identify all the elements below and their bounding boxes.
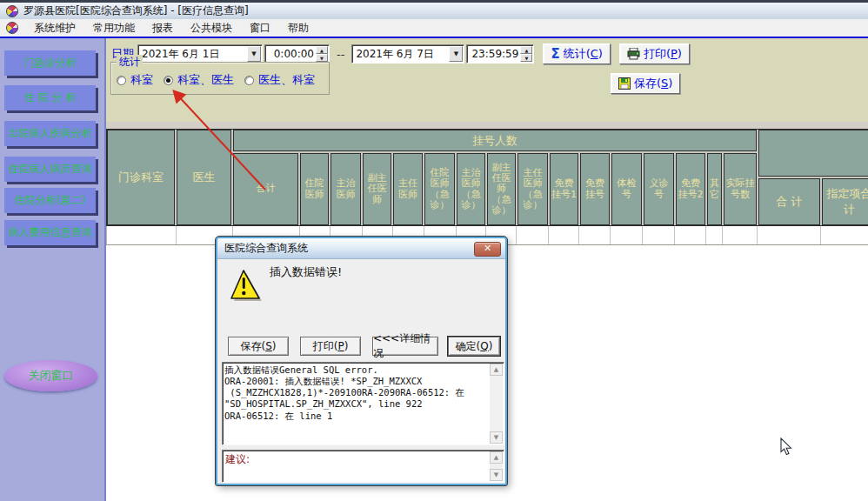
table-cell[interactable]	[549, 226, 579, 244]
sidebar: 门急诊分析住 院 分 析出院病人疾病分析住院病人病历查询住院分析(泉二)病人费用…	[0, 38, 106, 501]
date-to-combo[interactable]: 2021年 6月 7日 ▼	[351, 44, 464, 63]
scroll-down-icon[interactable]: ▼	[490, 469, 503, 481]
time-from-spinner[interactable]: 0:00:00 ▲ ▼	[264, 44, 330, 63]
table-cell[interactable]	[758, 226, 821, 244]
table-cell[interactable]	[821, 226, 868, 244]
statistics-button-label: 统计(C)	[564, 46, 603, 62]
date-to-dropdown-icon[interactable]: ▼	[449, 46, 463, 62]
time-to-down-icon[interactable]: ▼	[520, 54, 532, 62]
column-header-reg-0[interactable]: 合计	[233, 153, 298, 225]
column-header-total-0[interactable]: 合 计	[758, 178, 820, 225]
sidebar-item-3[interactable]: 住院病人病历查询	[4, 157, 96, 182]
title-bar: 罗源县医院[医院综合查询系统] - [医疗信息查询]	[0, 0, 868, 19]
scroll-down-icon[interactable]: ▼	[490, 431, 503, 444]
table-cell[interactable]	[723, 226, 758, 244]
query-toolbar: 日期 2021年 6月 1日 ▼ 0:00:00 ▲ ▼ -- 2021年 6月…	[106, 38, 868, 122]
stat-mode-radio-0[interactable]: 科室	[117, 72, 153, 88]
time-to-spinner[interactable]: 23:59:59 ▲ ▼	[466, 44, 534, 63]
column-header-reg-15[interactable]: 实际挂号数	[724, 153, 757, 225]
column-header-reg-4[interactable]: 主任医师	[393, 153, 423, 225]
suggestion-scrollbar[interactable]: ▲ ▼	[490, 451, 503, 481]
table-cell[interactable]	[579, 226, 611, 244]
statistics-button[interactable]: Σ 统计(C)	[543, 43, 610, 64]
dialog-close-icon[interactable]: ✕	[474, 242, 501, 257]
column-header-reg-11[interactable]: 体检号	[611, 153, 642, 225]
table-cell[interactable]	[517, 226, 549, 244]
table-cell[interactable]	[611, 226, 643, 244]
column-header-total-1[interactable]: 指定项合计	[822, 178, 868, 225]
menu-item-0[interactable]: 系统维护	[25, 19, 84, 37]
suggestion-label: 建议:	[225, 452, 250, 467]
print-button[interactable]: 打印(P)	[619, 43, 690, 64]
column-header-reg-7[interactable]: 副主任医师（急诊）	[487, 153, 516, 225]
column-header-doctor[interactable]: 医生	[177, 130, 231, 225]
date-from-combo[interactable]: 2021年 6月 1日 ▼	[137, 44, 263, 63]
application-window: 罗源县医院[医院综合查询系统] - [医疗信息查询] 系统维护常用功能报表公共模…	[0, 0, 868, 501]
column-header-reg-5[interactable]: 住院医师（急诊）	[424, 153, 455, 225]
menu-item-2[interactable]: 报表	[144, 19, 182, 37]
time-to-up-icon[interactable]: ▲	[520, 46, 532, 54]
column-header-reg-14[interactable]: 其它	[707, 153, 722, 225]
dialog-print-button[interactable]: 打印(P)	[300, 337, 361, 356]
column-header-reg-10[interactable]: 免费挂号	[580, 153, 610, 225]
save-button[interactable]: 保存(S)	[611, 73, 680, 94]
close-window-button[interactable]: 关闭窗口	[4, 360, 97, 391]
stat-mode-radio-1[interactable]: 科室、医生	[164, 72, 234, 88]
radio-circle-icon[interactable]	[117, 76, 126, 85]
table-cell[interactable]	[107, 226, 177, 244]
child-window-icon[interactable]	[6, 22, 18, 34]
column-header-reg-6[interactable]: 主治医师（急诊）	[457, 153, 485, 225]
error-dialog: 医院综合查询系统 ✕ 插入数据错误! 保存(S) 打印(P) <<<详细情况 确…	[216, 237, 507, 485]
column-header-reg-8[interactable]: 主任医师（急诊）	[517, 153, 548, 225]
printer-icon	[627, 48, 640, 60]
column-header-reg-2[interactable]: 主治医师	[331, 153, 361, 225]
table-cell[interactable]	[643, 226, 675, 244]
error-details-text: 插入数据错误General SQL error. ORA-20001: 插入数据…	[224, 364, 488, 443]
group-header-registrations: 挂号人数	[233, 130, 757, 151]
menu-item-3[interactable]: 公共模块	[182, 19, 241, 37]
sidebar-item-5[interactable]: 病人费用信息查询	[4, 220, 96, 245]
dialog-title-bar[interactable]: 医院综合查询系统	[217, 238, 505, 259]
dialog-details-button[interactable]: <<<详细情况	[372, 337, 438, 356]
dialog-title: 医院综合查询系统	[224, 241, 308, 256]
column-header-dept[interactable]: 门诊科室	[107, 130, 175, 225]
scroll-up-icon[interactable]: ▲	[490, 364, 503, 376]
sidebar-item-4[interactable]: 住院分析(泉二)	[4, 188, 96, 213]
sidebar-item-1[interactable]: 住 院 分 析	[4, 85, 96, 110]
table-cell[interactable]	[675, 226, 706, 244]
radio-circle-icon[interactable]	[244, 76, 254, 85]
column-header-reg-1[interactable]: 住院医师	[300, 153, 329, 225]
time-to-value: 23:59:59	[471, 48, 520, 60]
column-header-reg-13[interactable]: 免费挂号2	[676, 153, 705, 225]
column-header-reg-9[interactable]: 免费挂号1	[550, 153, 578, 225]
stat-mode-radio-label: 科室	[130, 72, 153, 88]
warning-icon	[228, 270, 264, 303]
dialog-save-button[interactable]: 保存(S)	[228, 337, 289, 356]
sidebar-item-2[interactable]: 出院病人疾病分析	[4, 121, 96, 146]
column-header-reg-12[interactable]: 义诊号	[644, 153, 674, 225]
table-cell[interactable]	[706, 226, 723, 244]
range-separator: --	[337, 48, 344, 61]
menu-item-1[interactable]: 常用功能	[84, 19, 144, 37]
sidebar-item-0[interactable]: 门急诊分析	[4, 50, 96, 76]
radio-circle-icon[interactable]	[164, 76, 173, 85]
empty-group-header	[758, 130, 868, 177]
floppy-disk-icon	[618, 77, 631, 90]
time-from-up-icon[interactable]: ▲	[316, 46, 328, 54]
error-details-box[interactable]: 插入数据错误General SQL error. ORA-20001: 插入数据…	[222, 362, 504, 445]
registration-count-group: 挂号人数合计住院医师主治医师副主任医师主任医师住院医师（急诊）主治医师（急诊）副…	[233, 130, 757, 225]
date-from-dropdown-icon[interactable]: ▼	[247, 46, 261, 62]
menu-item-5[interactable]: 帮助	[279, 19, 317, 37]
time-from-down-icon[interactable]: ▼	[316, 54, 328, 62]
menu-item-4[interactable]: 窗口	[241, 19, 279, 37]
stat-mode-radio-2[interactable]: 医生、科室	[244, 72, 315, 88]
column-header-reg-3[interactable]: 副主任医师	[363, 153, 391, 225]
details-scrollbar[interactable]: ▲ ▼	[490, 364, 503, 444]
results-table: 门诊科室医生挂号人数合计住院医师主治医师副主任医师主任医师住院医师（急诊）主治医…	[106, 129, 868, 245]
scroll-up-icon[interactable]: ▲	[490, 451, 503, 464]
dialog-ok-button[interactable]: 确定(Q)	[448, 337, 500, 356]
totals-group: 合 计指定项合计	[758, 130, 868, 225]
menu-bar: 系统维护常用功能报表公共模块窗口帮助	[0, 19, 868, 37]
save-button-label: 保存(S)	[634, 76, 672, 91]
suggestion-box[interactable]: 建议: ▲ ▼	[222, 450, 504, 483]
